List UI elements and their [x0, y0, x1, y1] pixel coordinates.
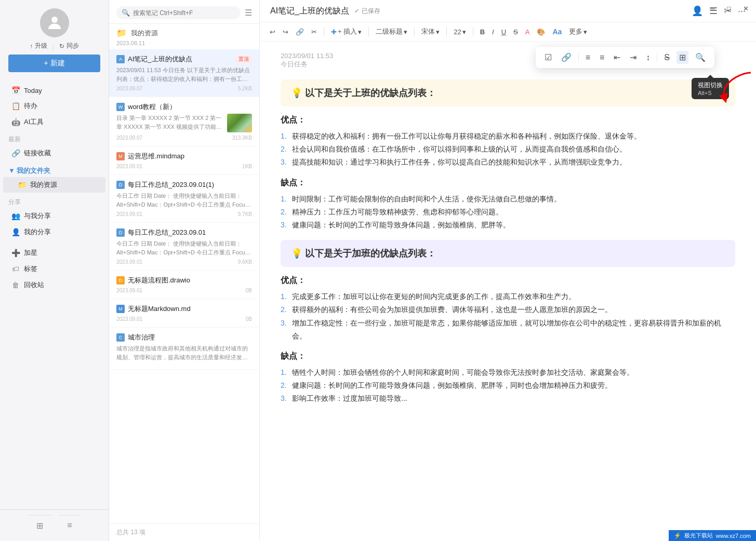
sidebar-item-trash[interactable]: 🗑 回收站: [3, 277, 105, 293]
sidebar-item-my-resources[interactable]: 📁 我的资源: [3, 177, 105, 193]
popup-indent-inc-btn[interactable]: ⇥: [627, 51, 639, 64]
fontcolor-button[interactable]: A: [523, 26, 533, 37]
sidebar-item-shared-with-me[interactable]: 👥 与我分享: [3, 208, 105, 224]
list-item[interactable]: D 每日工作总结_2023.09.01 今日工作 日期 Date： 使用快捷键输…: [109, 223, 259, 270]
undo-button[interactable]: ↩: [267, 26, 278, 37]
file-preview: 今日工作 日期 Date： 使用快捷键输入当前日期：Alt+Shift+D Ma…: [116, 192, 252, 209]
pros-list-2: 1. 完成更多工作：加班可以让你在更短的时间内完成更多的工作，提高工作效率和生产…: [281, 290, 735, 343]
chevron-down-icon: ▾: [583, 28, 587, 36]
file-title: 城市治理: [128, 333, 252, 342]
list-item[interactable]: M 运营思维.mindmap 2023.09.01 1KB: [109, 146, 259, 175]
font-dropdown[interactable]: 宋体 ▾: [419, 25, 442, 38]
file-preview: 目录 第一章 XXXXX 2 第一节 XXX 2 第一章 XXXXX 第一节 X…: [116, 114, 223, 131]
list-item[interactable]: D 无标题流程图.drawio 2023.09.01 0B: [109, 270, 259, 299]
file-size: 0B: [246, 316, 252, 322]
file-icon: M: [116, 305, 125, 313]
ai-label: AI工具: [24, 117, 44, 127]
list-item: 2. 精神压力：工作压力可能导致精神疲劳、焦虑和抑郁等心理问题。: [281, 206, 735, 219]
editor-content[interactable]: 2023/09/01 11:53 今日任务 💡 以下是关于上班的优缺点列表： 优…: [260, 42, 756, 541]
sync-button[interactable]: ↻ 同步: [59, 42, 79, 50]
file-date: 2023.09.07: [116, 135, 142, 141]
maximize-button[interactable]: □: [725, 4, 733, 12]
todo-icon: 📋: [11, 102, 20, 110]
check-icon: ✓: [354, 7, 360, 15]
list-item: 2. 获得额外的福利：有些公司会为加班提供加班费、调休等福利，这也是一些人愿意加…: [281, 303, 735, 316]
chevron-down-icon: ▾: [436, 28, 440, 36]
fontsize-dropdown[interactable]: 22 ▾: [451, 26, 468, 37]
more-format-button[interactable]: Aa: [550, 26, 564, 37]
popup-table-btn[interactable]: ⊞: [677, 51, 688, 64]
popup-indent-dec-btn[interactable]: ⇤: [611, 51, 623, 64]
heading-dropdown[interactable]: 二级标题 ▾: [373, 25, 410, 38]
popup-link-btn[interactable]: 🔗: [559, 51, 574, 64]
bold-button[interactable]: B: [478, 26, 487, 37]
link-button[interactable]: 🔗: [293, 26, 307, 37]
sidebar-item-ai[interactable]: 🤖 AI工具: [3, 114, 105, 130]
sidebar: ↑ 升级 | ↻ 同步 + 新建 📅 Today 📋 待办 🤖 AI工具 最新 …: [0, 0, 109, 541]
list-view-icon[interactable]: ≡: [59, 515, 80, 536]
sidebar-item-todo[interactable]: 📋 待办: [3, 98, 105, 114]
more-toolbar-button[interactable]: 更多 ▾: [566, 25, 590, 38]
popup-toolbar: ☑ 🔗 ≡ ≡ ⇤ ⇥ ↕ S ⊞ 🔍: [536, 47, 714, 68]
popup-check-btn[interactable]: ☑: [542, 51, 554, 64]
folder-name: 我的资源: [131, 29, 158, 38]
window-controls: ─ □ ✕: [702, 0, 756, 17]
clean-button[interactable]: ✂: [309, 26, 320, 37]
popup-ol-btn[interactable]: ≡: [597, 51, 607, 64]
file-size: 9.7KB: [238, 211, 252, 217]
highlight-button[interactable]: 🎨: [534, 26, 548, 37]
list-item[interactable]: M 无标题Markdown.md 2023.09.01 0B: [109, 299, 259, 328]
underline-button[interactable]: U: [499, 26, 509, 37]
popup-line-spacing-btn[interactable]: ↕: [643, 51, 653, 64]
file-icon: D: [116, 276, 125, 285]
list-item[interactable]: A AI笔记_上班的优缺点 置顶 2023/09/01 11:53 今日任务 以…: [109, 49, 259, 97]
cons-title-2: 缺点：: [281, 351, 735, 362]
popup-search-btn[interactable]: 🔍: [693, 51, 708, 64]
pros-title-2: 优点：: [281, 275, 735, 286]
watermark-logo: ⚡: [674, 532, 681, 539]
upgrade-button[interactable]: ↑ 升级: [30, 42, 47, 50]
sidebar-item-my-shares[interactable]: 👤 我的分享: [3, 224, 105, 240]
my-shares-icon: 👤: [11, 228, 20, 236]
avatar[interactable]: [40, 8, 69, 37]
redo-button[interactable]: ↪: [280, 26, 291, 37]
insert-dropdown[interactable]: ✚ + 插入 ▾: [328, 25, 364, 38]
grid-view-icon[interactable]: ⊞: [28, 515, 51, 536]
strikethrough-button[interactable]: S: [511, 26, 521, 37]
search-input[interactable]: [133, 9, 235, 17]
sidebar-item-tags[interactable]: 🏷 标签: [3, 261, 105, 277]
list-item[interactable]: D 每日工作总结_2023.09.01(1) 今日工作 日期 Date： 使用快…: [109, 175, 259, 223]
list-item: 1. 获得稳定的收入和福利：拥有一份工作可以让你每月获得稳定的薪水和各种福利，例…: [281, 130, 735, 143]
file-date: 2023.09.01: [116, 164, 142, 169]
editor-title: AI笔记_上班的优缺点: [270, 6, 349, 17]
folder-header[interactable]: 📁 我的资源: [109, 24, 259, 40]
sidebar-item-join[interactable]: ➕ 加星: [3, 245, 105, 261]
file-icon: D: [116, 181, 125, 189]
list-item[interactable]: W word教程（新） 目录 第一章 XXXXX 2 第一节 XXX 2 第一章…: [109, 97, 259, 146]
share-icon[interactable]: 👤: [692, 5, 703, 17]
section-label-latest: 最新: [0, 132, 109, 145]
italic-button[interactable]: I: [489, 26, 497, 37]
new-button[interactable]: + 新建: [8, 55, 100, 72]
sidebar-item-today[interactable]: 📅 Today: [3, 83, 105, 98]
file-date: 2023.09.01: [116, 211, 142, 217]
search-box[interactable]: 🔍: [116, 6, 241, 19]
join-icon: ➕: [11, 249, 20, 257]
cons-title-1: 缺点：: [281, 178, 735, 188]
close-button[interactable]: ✕: [741, 4, 750, 12]
my-resources-label: 我的资源: [30, 180, 57, 190]
popup-strikethrough-btn[interactable]: S: [661, 51, 672, 64]
chevron-down-icon: ▾: [404, 28, 407, 36]
toolbar-divider2: [368, 27, 369, 36]
toolbar-divider: [324, 27, 324, 36]
minimize-button[interactable]: ─: [708, 4, 717, 12]
link-icon: 🔗: [11, 149, 20, 157]
list-item[interactable]: C 城市治理 城市治理是指城市政府和其他相关机构通过对城市的规划、管理和运营，提…: [109, 328, 259, 370]
popup-ul-btn[interactable]: ≡: [583, 51, 593, 64]
sidebar-item-link-collect[interactable]: 🔗 链接收藏: [3, 145, 105, 161]
list-item: 3. 影响工作效率：过度加班可能导致...: [281, 392, 735, 405]
filelist-menu-icon[interactable]: ☰: [245, 8, 252, 18]
file-preview: 今日工作 日期 Date： 使用快捷键输入当前日期：Alt+Shift+D Ma…: [116, 239, 252, 256]
chevron-down-icon: ▾: [462, 28, 466, 36]
toolbar-divider5: [473, 27, 473, 36]
